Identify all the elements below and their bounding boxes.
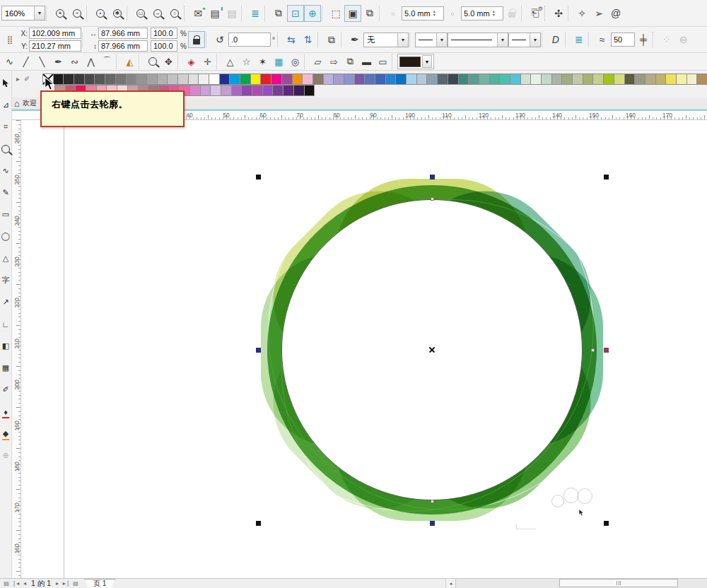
pan-tool-icon[interactable]: ✥ <box>160 54 177 69</box>
color-swatch[interactable] <box>115 74 127 85</box>
rotation-angle-field[interactable]: .0 <box>228 33 271 47</box>
color-swatch[interactable] <box>665 74 677 85</box>
color-swatch[interactable] <box>252 85 263 96</box>
selection-handle[interactable] <box>604 348 609 353</box>
freehand-tool-icon[interactable]: ∿ <box>1 54 18 69</box>
color-swatch[interactable] <box>364 74 375 85</box>
pen-tool-icon[interactable]: ✒ <box>50 54 66 69</box>
color-swatch[interactable] <box>520 74 532 85</box>
color-swatch[interactable] <box>468 74 479 85</box>
banner-shapes-icon[interactable]: ▬ <box>358 54 375 69</box>
remove-icon[interactable]: ⊖ <box>675 31 692 48</box>
shape-tool[interactable]: ⊿ <box>0 94 11 116</box>
copy-properties-icon[interactable]: ⁘ <box>658 31 675 48</box>
wrap-text-icon[interactable]: ≣ <box>571 31 588 48</box>
selection-handle[interactable] <box>604 175 609 180</box>
chevron-down-icon[interactable]: ▼ <box>397 33 408 47</box>
color-swatch[interactable] <box>221 85 232 96</box>
selection-handle[interactable] <box>430 175 435 180</box>
color-swatch[interactable] <box>157 74 168 85</box>
smart-fill-tool[interactable]: ⊕ <box>0 445 11 466</box>
color-swatch[interactable] <box>229 74 240 85</box>
publish-to-pdf-icon[interactable]: ▤ <box>223 5 240 22</box>
chevron-down-icon[interactable]: ▼ <box>34 6 45 20</box>
last-page-button[interactable]: ▸❘ <box>62 580 71 588</box>
color-swatch[interactable] <box>458 74 469 85</box>
scrollbar-thumb[interactable] <box>559 579 678 587</box>
snap-to-toggle[interactable]: ⊕ <box>304 5 321 22</box>
color-swatch[interactable] <box>448 74 459 85</box>
lock-icon[interactable] <box>503 5 520 22</box>
complex-star-icon[interactable]: ✶ <box>255 54 271 69</box>
color-swatch[interactable] <box>676 74 687 85</box>
interactive-fill-tool[interactable]: ◧ <box>0 335 11 357</box>
zoom-level-combo[interactable]: 160% ▼ <box>1 6 45 20</box>
prev-page-button[interactable]: ◂ <box>21 580 29 588</box>
outline-pen-tool[interactable]: ♦ <box>0 401 11 423</box>
color-swatch[interactable] <box>188 74 199 85</box>
selection-handle[interactable] <box>430 521 435 526</box>
close-curve-icon[interactable]: D <box>547 31 564 48</box>
lock-ratio-button[interactable] <box>188 31 205 48</box>
color-swatch[interactable] <box>696 74 707 85</box>
horizontal-scrollbar[interactable]: ◂ <box>445 579 707 588</box>
object-height-field[interactable]: 87.966 mm <box>98 40 148 52</box>
chevron-down-icon[interactable]: ▼ <box>436 33 447 47</box>
color-swatch[interactable] <box>645 74 656 85</box>
color-swatch[interactable] <box>333 74 344 85</box>
mesh-fill-tool[interactable]: ▦ <box>0 357 11 379</box>
color-swatch[interactable] <box>210 85 221 96</box>
color-swatch[interactable] <box>385 74 397 85</box>
color-swatch[interactable] <box>541 74 552 85</box>
zoom-to-page-width-icon[interactable]: ↔ <box>149 5 166 22</box>
text-tool[interactable]: 字 <box>0 269 11 291</box>
node-tracking-icon[interactable]: ✣ <box>550 5 567 22</box>
outline-style-combo[interactable]: ▼ <box>448 33 508 47</box>
artistic-media-tool[interactable]: ✎ <box>0 182 11 204</box>
color-swatch[interactable] <box>281 74 293 85</box>
color-swatch[interactable] <box>395 74 407 85</box>
transformations-icon[interactable]: ✛ <box>199 54 216 69</box>
selection-handle[interactable] <box>604 521 609 526</box>
polyline-icon[interactable]: ⋀ <box>83 54 99 69</box>
color-swatch[interactable] <box>136 74 147 85</box>
color-swatch[interactable] <box>323 74 334 85</box>
show-rulers-toggle[interactable]: ⊡ <box>287 5 304 22</box>
mirror-horizontal-icon[interactable]: ⇆ <box>283 31 300 48</box>
new-window-icon[interactable]: ⧉ <box>270 5 287 22</box>
callout-shapes-icon[interactable]: ▭ <box>375 54 391 69</box>
ellipse-tool[interactable]: ◯ <box>0 225 11 247</box>
marquee-select-icon[interactable]: ⬚ <box>327 5 344 22</box>
zoom-to-all-objects-icon[interactable]: ✱ <box>109 5 126 22</box>
add-page-left-button[interactable]: ▤ <box>2 580 11 588</box>
color-swatch[interactable] <box>634 74 645 85</box>
zoom-to-selected-icon[interactable]: ▪ <box>92 5 109 22</box>
color-swatch[interactable] <box>302 74 313 85</box>
color-swatch[interactable] <box>260 74 271 85</box>
color-swatch[interactable] <box>561 74 573 85</box>
color-swatch[interactable] <box>499 74 510 85</box>
rectangle-tool[interactable]: ▭ <box>0 204 11 225</box>
view-options-icon[interactable]: ≣ <box>247 5 264 22</box>
spiral-tool-icon[interactable]: ◎ <box>287 54 303 69</box>
color-swatch[interactable] <box>94 74 105 85</box>
color-swatch[interactable] <box>231 85 243 96</box>
connector-tool[interactable]: ∟ <box>0 313 11 335</box>
freehand-tool[interactable]: ∿ <box>0 160 11 182</box>
smart-drawing-icon[interactable]: ◭ <box>122 54 138 69</box>
color-swatch[interactable] <box>241 85 252 96</box>
color-swatch[interactable] <box>655 74 667 85</box>
smoothing-field[interactable]: 50 <box>611 33 635 47</box>
star-tool-icon[interactable]: ☆ <box>238 54 255 69</box>
color-eyedropper-tool[interactable]: ✐ <box>0 379 11 401</box>
color-swatch[interactable] <box>614 74 625 85</box>
color-swatch[interactable] <box>624 74 636 85</box>
document-options-icon[interactable]: ⎗⚙ <box>527 5 544 22</box>
x-position-field[interactable]: 102.009 mm <box>29 28 81 39</box>
color-swatch[interactable] <box>416 74 428 85</box>
zoom-tool[interactable] <box>0 138 11 160</box>
pick-tool[interactable] <box>0 72 11 94</box>
color-swatch[interactable] <box>426 74 438 85</box>
color-swatch[interactable] <box>375 74 386 85</box>
color-swatch[interactable] <box>686 74 698 85</box>
